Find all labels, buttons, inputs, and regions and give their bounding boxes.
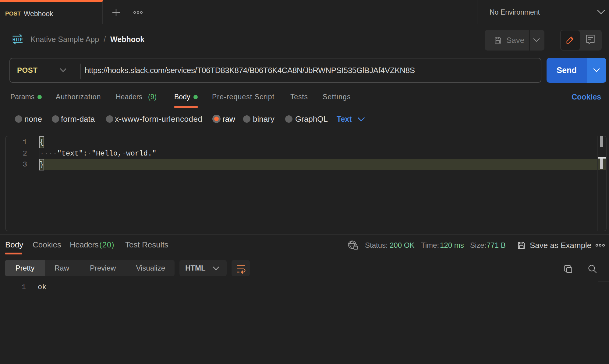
svg-text:HTTP: HTTP (12, 37, 23, 43)
